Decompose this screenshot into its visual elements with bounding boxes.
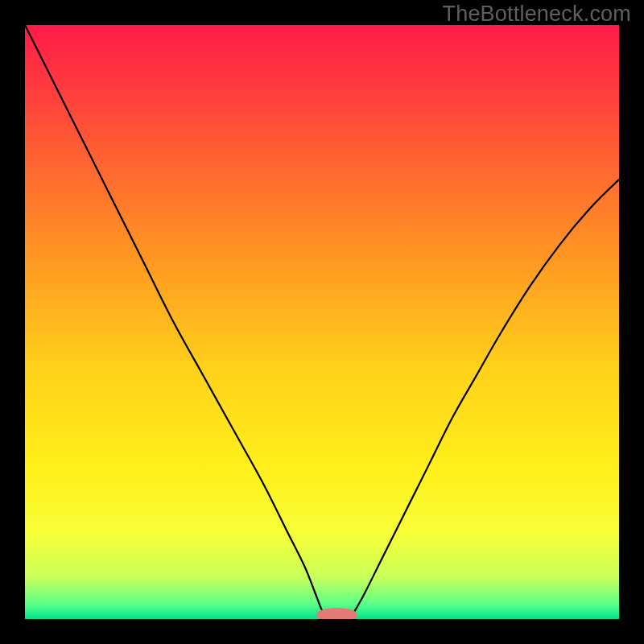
gradient-background [25, 25, 619, 619]
plot-area [25, 25, 619, 619]
chart-svg [25, 25, 619, 619]
watermark-text: TheBottleneck.com [442, 2, 631, 27]
chart-container: TheBottleneck.com [0, 0, 644, 644]
